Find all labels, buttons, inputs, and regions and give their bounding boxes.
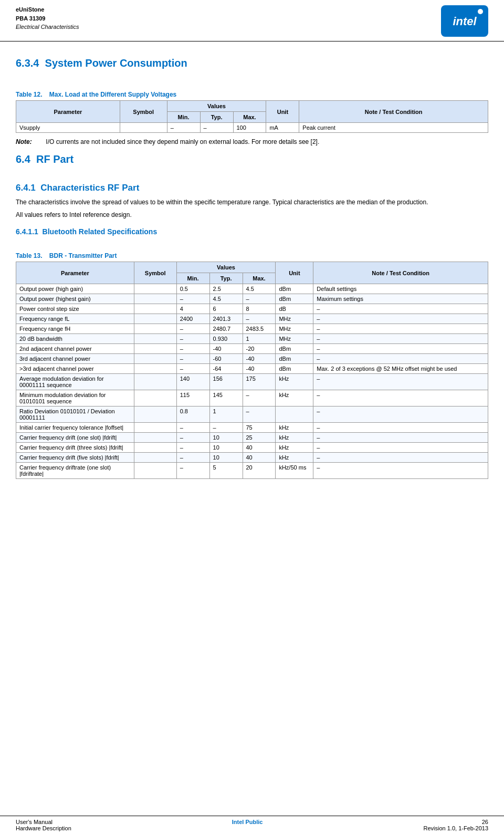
table13-col-min: Min. <box>176 273 209 284</box>
cell-typ: 10 <box>209 443 243 453</box>
cell-min: – <box>176 324 209 334</box>
svg-text:intel: intel <box>453 15 477 28</box>
cell-parameter: Carrier frequency driftrate (one slot) |… <box>16 463 134 479</box>
cell-unit: dBm <box>276 284 313 294</box>
cell-min: – <box>176 453 209 463</box>
cell-typ: 2.5 <box>209 284 243 294</box>
cell-parameter: Output power (highest gain) <box>16 294 134 304</box>
table12-title: Table 12. Max. Load at the Different Sup… <box>16 91 488 98</box>
cell-max: – <box>243 406 276 423</box>
table12-col-typ: Typ. <box>200 112 233 123</box>
cell-unit: kHz <box>276 433 313 443</box>
table-row: Output power (highest gain) – 4.5 – dBm … <box>16 294 488 304</box>
table-row: 20 dB bandwidth – 0.930 1 MHz – <box>16 334 488 344</box>
cell-parameter: 20 dB bandwidth <box>16 334 134 344</box>
section-6-4-heading: 6.4 RF Part <box>16 153 488 165</box>
cell-max: 1 <box>243 334 276 344</box>
cell-symbol <box>134 443 176 453</box>
cell-symbol <box>134 374 176 390</box>
table-row: Frequency range fH – 2480.7 2483.5 MHz – <box>16 324 488 334</box>
cell-note: – <box>313 406 488 423</box>
cell-note: – <box>313 463 488 479</box>
cell-max: 4.5 <box>243 284 276 294</box>
cell-note: – <box>313 443 488 453</box>
page-content: 6.3.4 System Power Consumption Table 12.… <box>0 44 504 500</box>
cell-parameter: Power control step size <box>16 304 134 314</box>
cell-unit: dBm <box>276 344 313 354</box>
cell-symbol <box>134 463 176 479</box>
table-row: Frequency range fL 2400 2401.3 – MHz – <box>16 314 488 324</box>
cell-symbol <box>134 344 176 354</box>
cell-parameter: >3rd adjacent channel power <box>16 364 134 374</box>
cell-parameter: Minimum modulation deviation for 0101010… <box>16 390 134 406</box>
table12-col-note: Note / Test Condition <box>299 101 488 123</box>
cell-unit: kHz <box>276 423 313 433</box>
table13-col-typ: Typ. <box>209 273 243 284</box>
cell-parameter: Frequency range fL <box>16 314 134 324</box>
page-header: eUniStone PBA 31309 Electrical Character… <box>0 0 504 41</box>
cell-max: 2483.5 <box>243 324 276 334</box>
cell-max: 175 <box>243 374 276 390</box>
footer-center: Intel Public <box>232 819 263 831</box>
section-6-4-1-para2: All values refers to Intel reference des… <box>16 210 488 220</box>
cell-symbol <box>134 453 176 463</box>
cell-min: – <box>176 423 209 433</box>
note-6-3-4: Note: I/O currents are not included sinc… <box>16 138 488 145</box>
cell-typ: 2480.7 <box>209 324 243 334</box>
cell-symbol <box>134 433 176 443</box>
cell-unit: dB <box>276 304 313 314</box>
cell-unit: MHz <box>276 314 313 324</box>
cell-unit: mA <box>266 123 299 133</box>
table13-col-unit: Unit <box>276 262 313 284</box>
cell-typ: -60 <box>209 354 243 364</box>
table-row: Output power (high gain) 0.5 2.5 4.5 dBm… <box>16 284 488 294</box>
table-row: Vsupply – – 100 mA Peak current <box>16 123 488 133</box>
cell-unit: dBm <box>276 354 313 364</box>
cell-min: 140 <box>176 374 209 390</box>
cell-parameter: 3rd adjacent channel power <box>16 354 134 364</box>
cell-typ: – <box>200 123 233 133</box>
cell-symbol <box>134 354 176 364</box>
section-6-3-4-heading: 6.3.4 System Power Consumption <box>16 57 488 69</box>
cell-symbol <box>134 390 176 406</box>
pba-number: PBA 31309 <box>16 14 79 23</box>
cell-max: -40 <box>243 364 276 374</box>
cell-typ: 2401.3 <box>209 314 243 324</box>
cell-unit <box>276 406 313 423</box>
intel-logo: intel <box>441 5 488 38</box>
table-row: Carrier frequency drift (five slots) |fd… <box>16 453 488 463</box>
cell-min: – <box>176 463 209 479</box>
cell-unit: kHz <box>276 443 313 453</box>
cell-symbol <box>134 294 176 304</box>
table-row: Power control step size 4 6 8 dB – <box>16 304 488 314</box>
cell-symbol <box>134 314 176 324</box>
cell-min: – <box>176 294 209 304</box>
table13-col-values: Values <box>176 262 276 273</box>
cell-typ: – <box>209 423 243 433</box>
cell-parameter: Average modulation deviation for 0000111… <box>16 374 134 390</box>
table-row: Carrier frequency drift (one slot) |fdri… <box>16 433 488 443</box>
cell-note: – <box>313 304 488 314</box>
cell-min: – <box>176 364 209 374</box>
cell-note: Maximum settings <box>313 294 488 304</box>
cell-typ: 10 <box>209 453 243 463</box>
cell-unit: dBm <box>276 294 313 304</box>
cell-min: 0.5 <box>176 284 209 294</box>
cell-symbol <box>134 284 176 294</box>
cell-parameter: Initial carrier frequency tolerance |fof… <box>16 423 134 433</box>
cell-min: – <box>167 123 200 133</box>
cell-min: 115 <box>176 390 209 406</box>
cell-note: Peak current <box>299 123 488 133</box>
cell-unit: kHz <box>276 374 313 390</box>
footer-left: User's Manual Hardware Description <box>16 819 71 831</box>
cell-parameter: Ratio Deviation 01010101 / Deviation 000… <box>16 406 134 423</box>
cell-typ: -64 <box>209 364 243 374</box>
cell-note: – <box>313 354 488 364</box>
svg-point-2 <box>478 9 483 14</box>
table12-col-values: Values <box>167 101 266 112</box>
cell-note: – <box>313 433 488 443</box>
cell-symbol <box>134 423 176 433</box>
cell-max: 20 <box>243 463 276 479</box>
table-row: Ratio Deviation 01010101 / Deviation 000… <box>16 406 488 423</box>
table-row: Initial carrier frequency tolerance |fof… <box>16 423 488 433</box>
